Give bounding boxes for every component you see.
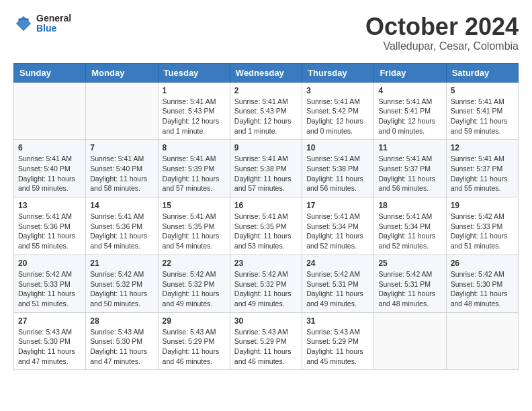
calendar-table: SundayMondayTuesdayWednesdayThursdayFrid… [13, 63, 519, 371]
calendar-cell [86, 82, 158, 140]
day-info: Sunrise: 5:42 AM Sunset: 5:33 PM Dayligh… [18, 269, 81, 309]
day-info: Sunrise: 5:41 AM Sunset: 5:37 PM Dayligh… [451, 154, 514, 193]
title-block: October 2024 Valledupar, Cesar, Colombia [365, 13, 519, 52]
calendar-cell: 22Sunrise: 5:42 AM Sunset: 5:32 PM Dayli… [158, 255, 230, 312]
calendar-cell: 20Sunrise: 5:42 AM Sunset: 5:33 PM Dayli… [14, 255, 86, 312]
day-info: Sunrise: 5:43 AM Sunset: 5:29 PM Dayligh… [163, 327, 226, 367]
day-number: 17 [306, 201, 369, 210]
day-info: Sunrise: 5:41 AM Sunset: 5:38 PM Dayligh… [306, 154, 369, 193]
calendar-week-row: 27Sunrise: 5:43 AM Sunset: 5:30 PM Dayli… [14, 312, 519, 370]
weekday-header-tuesday: Tuesday [158, 63, 230, 82]
day-number: 9 [234, 143, 298, 152]
calendar-week-row: 20Sunrise: 5:42 AM Sunset: 5:33 PM Dayli… [14, 255, 519, 312]
day-info: Sunrise: 5:42 AM Sunset: 5:32 PM Dayligh… [90, 269, 153, 309]
day-info: Sunrise: 5:41 AM Sunset: 5:38 PM Dayligh… [234, 154, 298, 193]
calendar-cell: 27Sunrise: 5:43 AM Sunset: 5:30 PM Dayli… [14, 312, 86, 370]
day-info: Sunrise: 5:41 AM Sunset: 5:36 PM Dayligh… [90, 212, 153, 251]
calendar-week-row: 13Sunrise: 5:41 AM Sunset: 5:36 PM Dayli… [14, 197, 519, 255]
weekday-header-thursday: Thursday [302, 63, 374, 82]
day-number: 22 [163, 259, 226, 268]
day-info: Sunrise: 5:43 AM Sunset: 5:29 PM Dayligh… [306, 327, 369, 367]
day-info: Sunrise: 5:42 AM Sunset: 5:32 PM Dayligh… [234, 269, 298, 309]
day-number: 25 [378, 259, 441, 268]
day-info: Sunrise: 5:42 AM Sunset: 5:30 PM Dayligh… [451, 269, 514, 309]
calendar-cell [14, 82, 86, 140]
day-number: 20 [18, 259, 81, 268]
month-title: October 2024 [365, 13, 519, 40]
day-number: 21 [90, 259, 153, 268]
weekday-header-sunday: Sunday [14, 63, 86, 82]
calendar-cell: 1Sunrise: 5:41 AM Sunset: 5:43 PM Daylig… [158, 82, 230, 140]
calendar-cell: 2Sunrise: 5:41 AM Sunset: 5:43 PM Daylig… [230, 82, 302, 140]
day-number: 16 [234, 201, 298, 210]
calendar-cell: 26Sunrise: 5:42 AM Sunset: 5:30 PM Dayli… [446, 255, 518, 312]
calendar-cell: 9Sunrise: 5:41 AM Sunset: 5:38 PM Daylig… [230, 140, 302, 197]
day-info: Sunrise: 5:42 AM Sunset: 5:32 PM Dayligh… [163, 269, 226, 309]
day-info: Sunrise: 5:43 AM Sunset: 5:29 PM Dayligh… [234, 327, 298, 367]
weekday-header-wednesday: Wednesday [230, 63, 302, 82]
day-number: 13 [18, 201, 81, 210]
logo-general: General [36, 13, 71, 24]
day-info: Sunrise: 5:43 AM Sunset: 5:30 PM Dayligh… [18, 327, 81, 367]
logo-icon [13, 13, 34, 34]
day-info: Sunrise: 5:41 AM Sunset: 5:34 PM Dayligh… [306, 212, 369, 251]
day-info: Sunrise: 5:41 AM Sunset: 5:35 PM Dayligh… [163, 212, 226, 251]
day-info: Sunrise: 5:41 AM Sunset: 5:36 PM Dayligh… [18, 212, 81, 251]
logo-text: General Blue [36, 13, 71, 34]
day-number: 30 [234, 316, 298, 326]
calendar-cell: 24Sunrise: 5:42 AM Sunset: 5:31 PM Dayli… [302, 255, 374, 312]
day-info: Sunrise: 5:41 AM Sunset: 5:43 PM Dayligh… [163, 97, 226, 136]
calendar-cell: 14Sunrise: 5:41 AM Sunset: 5:36 PM Dayli… [86, 197, 158, 255]
calendar-cell: 18Sunrise: 5:41 AM Sunset: 5:34 PM Dayli… [374, 197, 446, 255]
location-subtitle: Valledupar, Cesar, Colombia [365, 40, 519, 52]
day-number: 14 [90, 201, 153, 210]
day-number: 28 [90, 316, 153, 326]
day-number: 3 [306, 86, 369, 95]
day-number: 27 [18, 316, 81, 326]
calendar-cell: 29Sunrise: 5:43 AM Sunset: 5:29 PM Dayli… [158, 312, 230, 370]
day-info: Sunrise: 5:41 AM Sunset: 5:37 PM Dayligh… [378, 154, 441, 193]
day-info: Sunrise: 5:41 AM Sunset: 5:41 PM Dayligh… [451, 97, 514, 136]
calendar-cell [446, 312, 518, 370]
day-number: 1 [163, 86, 226, 95]
calendar-week-row: 1Sunrise: 5:41 AM Sunset: 5:43 PM Daylig… [14, 82, 519, 140]
day-info: Sunrise: 5:41 AM Sunset: 5:40 PM Dayligh… [18, 154, 81, 193]
calendar-cell: 31Sunrise: 5:43 AM Sunset: 5:29 PM Dayli… [302, 312, 374, 370]
calendar-cell: 23Sunrise: 5:42 AM Sunset: 5:32 PM Dayli… [230, 255, 302, 312]
logo-blue: Blue [36, 24, 71, 34]
day-number: 2 [234, 86, 298, 95]
weekday-header-saturday: Saturday [446, 63, 518, 82]
day-info: Sunrise: 5:42 AM Sunset: 5:31 PM Dayligh… [306, 269, 369, 309]
calendar-cell: 17Sunrise: 5:41 AM Sunset: 5:34 PM Dayli… [302, 197, 374, 255]
weekday-header-friday: Friday [374, 63, 446, 82]
day-info: Sunrise: 5:42 AM Sunset: 5:31 PM Dayligh… [378, 269, 441, 309]
day-number: 31 [306, 316, 369, 326]
day-number: 10 [306, 143, 369, 152]
day-number: 7 [90, 143, 153, 152]
day-info: Sunrise: 5:41 AM Sunset: 5:34 PM Dayligh… [378, 212, 441, 251]
calendar-cell: 28Sunrise: 5:43 AM Sunset: 5:30 PM Dayli… [86, 312, 158, 370]
day-info: Sunrise: 5:41 AM Sunset: 5:41 PM Dayligh… [378, 97, 441, 136]
day-info: Sunrise: 5:41 AM Sunset: 5:42 PM Dayligh… [306, 97, 369, 136]
day-number: 11 [378, 143, 441, 152]
day-info: Sunrise: 5:43 AM Sunset: 5:30 PM Dayligh… [90, 327, 153, 367]
day-info: Sunrise: 5:41 AM Sunset: 5:40 PM Dayligh… [90, 154, 153, 193]
day-info: Sunrise: 5:41 AM Sunset: 5:43 PM Dayligh… [234, 97, 298, 136]
day-number: 6 [18, 143, 81, 152]
day-number: 26 [451, 259, 514, 268]
day-number: 23 [234, 259, 298, 268]
calendar-cell: 7Sunrise: 5:41 AM Sunset: 5:40 PM Daylig… [86, 140, 158, 197]
day-info: Sunrise: 5:41 AM Sunset: 5:39 PM Dayligh… [163, 154, 226, 193]
calendar-cell: 4Sunrise: 5:41 AM Sunset: 5:41 PM Daylig… [374, 82, 446, 140]
day-number: 4 [378, 86, 441, 95]
page-header: General Blue October 2024 Valledupar, Ce… [13, 13, 519, 52]
logo: General Blue [13, 13, 71, 34]
weekday-header-monday: Monday [86, 63, 158, 82]
day-number: 29 [163, 316, 226, 326]
day-info: Sunrise: 5:41 AM Sunset: 5:35 PM Dayligh… [234, 212, 298, 251]
calendar-cell [374, 312, 446, 370]
calendar-cell: 15Sunrise: 5:41 AM Sunset: 5:35 PM Dayli… [158, 197, 230, 255]
calendar-cell: 30Sunrise: 5:43 AM Sunset: 5:29 PM Dayli… [230, 312, 302, 370]
day-number: 15 [163, 201, 226, 210]
day-number: 12 [451, 143, 514, 152]
